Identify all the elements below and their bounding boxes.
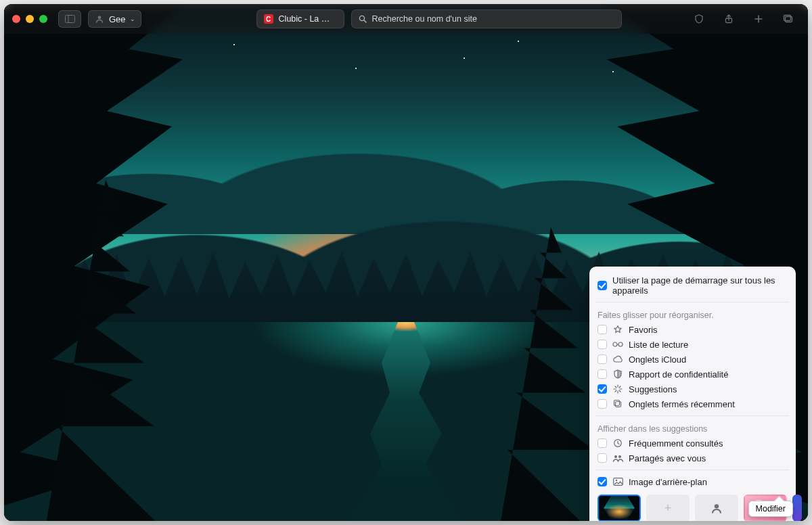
background-image-checkbox[interactable]	[597, 477, 607, 486]
modify-button-label: Modifier	[756, 504, 786, 513]
background-thumb-preset-2[interactable]	[792, 495, 802, 521]
privacy-report-row[interactable]: Rapport de confidentialité	[597, 367, 788, 382]
reading-list-checkbox[interactable]	[597, 340, 607, 349]
background-thumb-preview	[599, 496, 639, 520]
svg-point-2	[98, 16, 102, 20]
sidebar-toggle-button[interactable]	[58, 10, 81, 28]
background-thumb-add[interactable]: +	[646, 495, 690, 521]
zoom-window-button[interactable]	[39, 15, 47, 23]
reading-list-label: Liste de lecture	[629, 340, 688, 350]
icloud-tabs-checkbox[interactable]	[597, 355, 607, 364]
favorites-checkbox[interactable]	[597, 325, 607, 334]
privacy-report-button[interactable]	[687, 10, 710, 28]
tab-overview-icon	[783, 14, 794, 24]
reorder-hint-label: Faites glisser pour réorganiser.	[597, 306, 788, 322]
svg-line-4	[364, 20, 366, 22]
toolbar: Gee ⌄ C Clubic - La meill… Recherche ou …	[4, 4, 808, 34]
window-controls	[12, 15, 47, 23]
browser-window: Gee ⌄ C Clubic - La meill… Recherche ou …	[4, 4, 808, 521]
frequently-visited-row[interactable]: Fréquemment consultés	[597, 436, 788, 451]
shared-with-you-row[interactable]: Partagés avec vous	[597, 451, 788, 465]
divider	[596, 415, 789, 416]
divider	[596, 470, 789, 470]
background-thumb-profile[interactable]	[695, 495, 738, 521]
person-icon	[711, 503, 722, 513]
share-button[interactable]	[717, 10, 740, 28]
square-on-square-icon	[612, 398, 623, 409]
svg-rect-11	[614, 401, 620, 406]
chevron-down-icon: ⌄	[130, 16, 135, 22]
star-icon	[612, 324, 623, 335]
privacy-report-label: Rapport de confidentialité	[629, 369, 728, 380]
background-image-row[interactable]: Image d'arrière-plan	[597, 474, 788, 489]
people-icon	[612, 453, 623, 463]
clock-icon	[612, 438, 623, 449]
browser-tab[interactable]: C Clubic - La meill…	[256, 9, 344, 28]
divider	[596, 302, 789, 302]
minimize-window-button[interactable]	[26, 15, 34, 23]
glasses-icon	[612, 339, 623, 350]
modify-button[interactable]: Modifier	[748, 501, 793, 517]
suggestions-checkbox[interactable]	[597, 384, 607, 394]
svg-point-9	[618, 342, 623, 346]
profile-name-label: Gee	[109, 14, 126, 24]
background-thumb-current[interactable]: ×	[597, 495, 641, 521]
address-placeholder: Recherche ou nom d'un site	[372, 14, 477, 24]
shield-half-icon	[612, 369, 623, 380]
frequently-visited-label: Fréquemment consultés	[629, 438, 723, 449]
shared-with-you-label: Partagés avec vous	[629, 453, 706, 463]
svg-rect-10	[616, 402, 621, 407]
suggestions-section-header: Afficher dans les suggestions	[597, 420, 788, 436]
sync-start-page-label: Utiliser la page de démarrage sur tous l…	[612, 275, 788, 296]
icloud-tabs-label: Onglets iCloud	[629, 355, 686, 365]
favorites-label: Favoris	[629, 325, 658, 335]
icloud-tabs-row[interactable]: Onglets iCloud	[597, 352, 788, 367]
shield-icon	[694, 14, 704, 24]
search-icon	[359, 15, 367, 23]
sidebar-icon	[64, 14, 75, 24]
address-search-field[interactable]: Recherche ou nom d'un site	[351, 9, 622, 28]
image-icon	[612, 476, 623, 487]
svg-rect-0	[65, 16, 74, 23]
person-icon	[94, 14, 105, 24]
share-icon	[723, 14, 734, 24]
recently-closed-row[interactable]: Onglets fermés récemment	[597, 396, 788, 411]
svg-point-16	[615, 480, 616, 481]
close-window-button[interactable]	[12, 15, 20, 23]
favorites-row[interactable]: Favoris	[597, 322, 788, 337]
suggestions-row[interactable]: Suggestions	[597, 382, 788, 396]
svg-point-13	[614, 455, 617, 458]
suggestions-label: Suggestions	[629, 384, 677, 394]
sync-start-page-row[interactable]: Utiliser la page de démarrage sur tous l…	[597, 273, 788, 298]
svg-point-14	[618, 455, 621, 458]
plus-icon: +	[664, 501, 672, 516]
svg-point-8	[613, 342, 617, 346]
start-page-settings-popover: Utiliser la page de démarrage sur tous l…	[589, 267, 796, 521]
sync-start-page-checkbox[interactable]	[597, 281, 607, 290]
tab-overview-button[interactable]	[777, 10, 800, 28]
svg-point-17	[715, 504, 719, 508]
new-tab-button[interactable]	[747, 10, 770, 28]
recently-closed-label: Onglets fermés récemment	[629, 399, 735, 409]
privacy-report-checkbox[interactable]	[597, 369, 607, 379]
reading-list-row[interactable]: Liste de lecture	[597, 337, 788, 352]
background-image-label: Image d'arrière-plan	[629, 477, 707, 487]
plus-icon	[753, 14, 764, 24]
shared-with-you-checkbox[interactable]	[597, 453, 607, 463]
recently-closed-checkbox[interactable]	[597, 399, 607, 409]
frequently-visited-checkbox[interactable]	[597, 438, 607, 448]
cloud-icon	[612, 354, 623, 365]
profile-menu-button[interactable]: Gee ⌄	[88, 10, 141, 28]
sparkle-icon	[612, 384, 623, 394]
tab-favicon: C	[264, 14, 273, 24]
tab-title-label: Clubic - La meill…	[279, 14, 337, 24]
